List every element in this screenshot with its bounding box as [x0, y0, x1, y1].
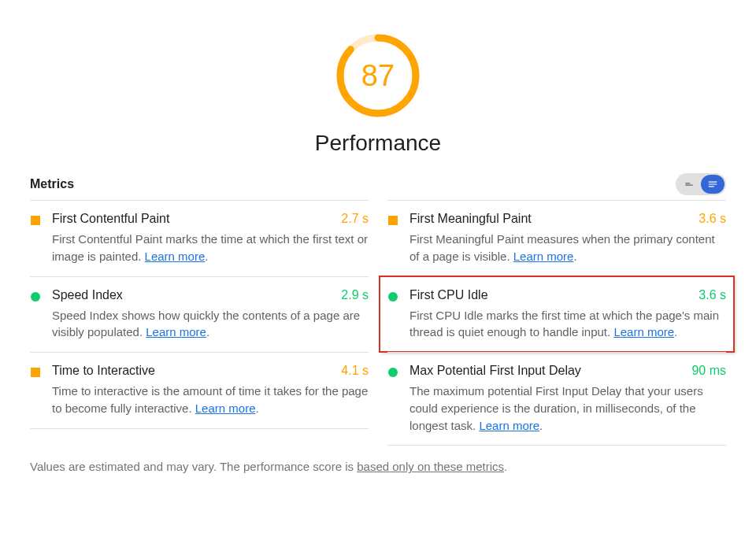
metric-value: 90 ms [691, 364, 726, 378]
learn-more-link[interactable]: Learn more [146, 325, 206, 339]
metric-title: First Contentful Paint [52, 212, 169, 226]
metric-max-potential-fid: Max Potential First Input Delay 90 ms Th… [387, 352, 726, 445]
compact-view-button[interactable] [677, 175, 701, 194]
metric-speed-index: Speed Index 2.9 s Speed Index shows how … [30, 276, 369, 353]
learn-more-link[interactable]: Learn more [145, 250, 206, 263]
performance-gauge-section: 87 Performance [30, 0, 726, 165]
metrics-title: Metrics [30, 177, 74, 191]
metric-title: First CPU Idle [410, 288, 488, 302]
metrics-header: Metrics [30, 173, 726, 195]
metric-description: Speed Index shows how quickly the conten… [52, 307, 369, 342]
expanded-view-button[interactable] [701, 175, 724, 194]
metric-title: Speed Index [52, 288, 123, 302]
learn-more-link[interactable]: Learn more [195, 401, 256, 415]
expanded-icon [707, 179, 718, 190]
metric-value: 3.6 s [699, 288, 726, 302]
status-indicator [30, 215, 41, 226]
status-indicator [30, 291, 41, 302]
status-indicator [387, 291, 398, 302]
metric-first-meaningful-paint: First Meaningful Paint 3.6 s First Meani… [387, 200, 726, 276]
footnote-link[interactable]: based only on these metrics [357, 460, 504, 473]
metric-title: Max Potential First Input Delay [410, 364, 581, 378]
metrics-grid: First Contentful Paint 2.7 s First Conte… [30, 200, 726, 446]
learn-more-link[interactable]: Learn more [513, 250, 574, 263]
metric-description: Time to interactive is the amount of tim… [52, 383, 369, 417]
metric-first-cpu-idle: First CPU Idle 3.6 s First CPU Idle mark… [380, 276, 734, 353]
metric-time-to-interactive: Time to Interactive 4.1 s Time to intera… [30, 352, 369, 428]
footnote: Values are estimated and may vary. The p… [30, 460, 726, 473]
metric-value: 3.6 s [699, 212, 726, 226]
performance-score: 87 [361, 59, 395, 93]
metrics-col-right: First Meaningful Paint 3.6 s First Meani… [387, 200, 726, 446]
compact-icon [684, 179, 695, 190]
metric-description: First Meaningful Paint measures when the… [410, 231, 726, 265]
metric-value: 4.1 s [341, 364, 369, 378]
metric-value: 2.7 s [341, 212, 369, 226]
metric-description: The maximum potential First Input Delay … [410, 383, 726, 434]
status-indicator [387, 215, 398, 226]
status-indicator [387, 367, 398, 378]
metric-title: Time to Interactive [52, 364, 155, 378]
learn-more-link[interactable]: Learn more [613, 325, 674, 339]
performance-gauge: 87 [334, 31, 422, 120]
metric-description: First Contentful Paint marks the time at… [52, 231, 369, 265]
view-toggle [676, 173, 726, 195]
learn-more-link[interactable]: Learn more [479, 419, 539, 432]
metric-first-contentful-paint: First Contentful Paint 2.7 s First Conte… [30, 200, 369, 276]
metric-title: First Meaningful Paint [410, 212, 532, 226]
metrics-col-left: First Contentful Paint 2.7 s First Conte… [30, 200, 369, 446]
metric-value: 2.9 s [341, 288, 369, 302]
status-indicator [30, 367, 41, 378]
performance-label: Performance [315, 131, 441, 156]
metric-description: First CPU Idle marks the first time at w… [410, 307, 726, 342]
